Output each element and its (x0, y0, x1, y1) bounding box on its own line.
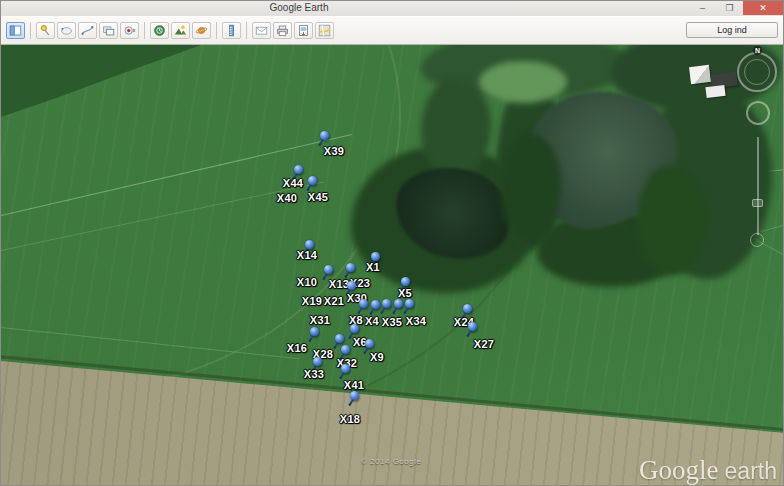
toggle-sidebar-icon (9, 24, 22, 37)
pin-head (341, 364, 350, 373)
add-path-button[interactable] (78, 22, 97, 39)
sky-button[interactable] (192, 22, 211, 39)
pin-head (371, 252, 380, 261)
pin-head (305, 240, 314, 249)
sunlight-button[interactable] (171, 22, 190, 39)
pin-head (401, 277, 410, 286)
pin-head (350, 391, 359, 400)
placemark-label-x33[interactable]: X33 (304, 368, 324, 380)
pin-head (346, 263, 355, 272)
placemark-label-x18[interactable]: X18 (340, 413, 360, 425)
pin-head (320, 131, 329, 140)
historical-imagery-button[interactable] (150, 22, 169, 39)
forest-clearing (479, 61, 567, 103)
add-image-overlay-icon (102, 24, 115, 37)
view-in-maps-button[interactable] (315, 22, 334, 39)
google-earth-logo: Google earth (639, 455, 777, 486)
sky-icon (195, 24, 208, 37)
pin-head (463, 304, 472, 313)
pin-head (335, 334, 344, 343)
record-tour-button[interactable] (120, 22, 139, 39)
pin-head (313, 357, 322, 366)
title-bar: Google Earth – ❐ ✕ (1, 1, 783, 16)
add-placemark-button[interactable] (36, 22, 55, 39)
toolbar-separator (144, 22, 145, 39)
ruler-button[interactable] (222, 22, 241, 39)
placemark-label-x5[interactable]: X5 (398, 287, 412, 299)
window-controls: – ❐ ✕ (689, 1, 783, 15)
placemark-label-x10[interactable]: X10 (297, 276, 317, 288)
print-button[interactable] (273, 22, 292, 39)
pin-head (324, 265, 333, 274)
placemark-label-x39[interactable]: X39 (324, 145, 344, 157)
maximize-button[interactable]: ❐ (716, 1, 743, 15)
toolbar-separator (246, 22, 247, 39)
placemark-label-x9[interactable]: X9 (370, 351, 384, 363)
pin-head (310, 327, 319, 336)
ruler-icon (225, 24, 238, 37)
toolbar-buttons (6, 22, 334, 39)
placemark-label-x31[interactable]: X31 (310, 314, 330, 326)
logo-google-text: Google (639, 455, 718, 486)
pin-head (405, 299, 414, 308)
placemark-label-x34[interactable]: X34 (406, 315, 426, 327)
print-icon (276, 24, 289, 37)
toolbar-separator (30, 22, 31, 39)
placemark-label-x4[interactable]: X4 (365, 315, 379, 327)
placemark-label-x27[interactable]: X27 (474, 338, 494, 350)
save-image-icon (297, 24, 310, 37)
email-icon (255, 24, 268, 37)
pin-head (365, 339, 374, 348)
placemark-label-x41[interactable]: X41 (344, 379, 364, 391)
minimize-button[interactable]: – (689, 1, 716, 15)
pin-head (308, 176, 317, 185)
historical-imagery-icon (153, 24, 166, 37)
pin-head (350, 324, 359, 333)
add-polygon-button[interactable] (57, 22, 76, 39)
pin-head (341, 345, 350, 354)
record-tour-icon (123, 24, 136, 37)
window-title: Google Earth (270, 2, 329, 13)
add-image-overlay-button[interactable] (99, 22, 118, 39)
pin-head (359, 299, 368, 308)
sunlight-icon (174, 24, 187, 37)
placemark-label-x1[interactable]: X1 (366, 261, 380, 273)
toolbar: Log ind (1, 16, 783, 45)
login-button[interactable]: Log ind (686, 22, 778, 38)
pin-head (394, 299, 403, 308)
google-earth-window: Google Earth – ❐ ✕ Log ind (0, 0, 784, 486)
map-copyright: © 2014 Google (361, 457, 421, 466)
toggle-sidebar-button[interactable] (6, 22, 25, 39)
building-shed (705, 85, 725, 98)
placemark-label-x35[interactable]: X35 (382, 316, 402, 328)
pin-head (468, 322, 477, 331)
placemark-label-x45[interactable]: X45 (308, 191, 328, 203)
pin-head (382, 299, 391, 308)
placemark-label-x21[interactable]: X21 (324, 295, 344, 307)
map-viewport[interactable]: X39X44X40X45X14X1X10X13X23X5X19X21X30X31… (1, 45, 784, 486)
logo-earth-text: earth (725, 458, 777, 485)
placemark-label-x14[interactable]: X14 (297, 249, 317, 261)
building-white-roof (689, 65, 711, 84)
add-placemark-icon (39, 24, 52, 37)
add-polygon-icon (60, 24, 73, 37)
placemark-label-x40[interactable]: X40 (277, 192, 297, 204)
placemark-label-x19[interactable]: X19 (302, 295, 322, 307)
toolbar-separator (216, 22, 217, 39)
add-path-icon (81, 24, 94, 37)
view-in-maps-icon (318, 24, 331, 37)
placemark-label-x16[interactable]: X16 (287, 342, 307, 354)
placemark-label-x44[interactable]: X44 (283, 177, 303, 189)
pin-head (294, 165, 303, 174)
pin-head (347, 281, 356, 290)
pin-head (371, 300, 380, 309)
save-image-button[interactable] (294, 22, 313, 39)
email-button[interactable] (252, 22, 271, 39)
close-button[interactable]: ✕ (743, 1, 783, 15)
